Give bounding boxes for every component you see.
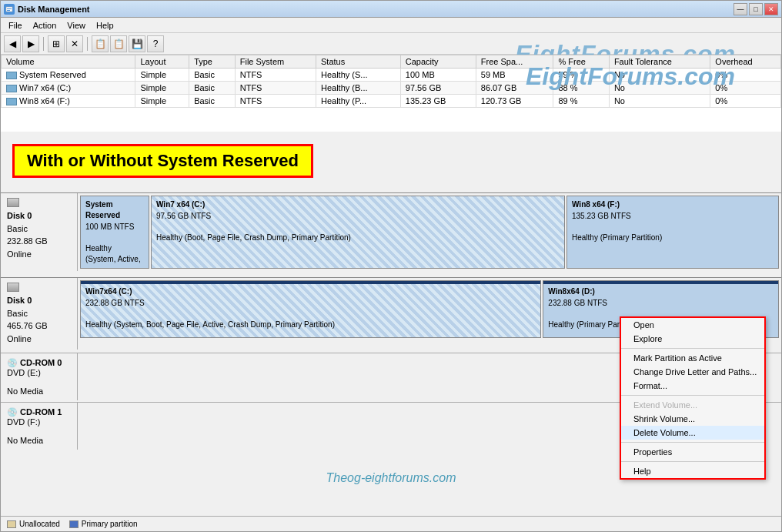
properties-button[interactable]: ⊞ — [48, 35, 65, 52]
cell-capacity: 135.23 GB — [400, 95, 476, 108]
partition-win8-f[interactable]: Win8 x64 (F:) 135.23 GB NTFS Healthy (Pr… — [566, 196, 779, 269]
footer-watermark: Theog-eightforums.com — [326, 471, 456, 485]
cell-fs: NTFS — [235, 82, 316, 95]
window-title: Disk Management — [18, 5, 90, 14]
col-filesystem: File System — [235, 55, 316, 69]
col-capacity: Capacity — [400, 55, 476, 69]
close-button[interactable]: ✕ — [764, 3, 778, 15]
legend-label-primary: Primary partition — [82, 520, 138, 528]
disk0-top-partitions: System Reserved 100 MB NTFS Healthy (Sys… — [78, 193, 781, 271]
legend-item-unallocated: Unallocated — [7, 520, 60, 528]
cell-overhead: 0% — [710, 95, 781, 108]
menu-action[interactable]: Action — [28, 19, 62, 32]
context-separator-1 — [621, 348, 764, 349]
context-delete-volume[interactable]: Delete Volume... — [621, 426, 764, 440]
partition-win7-c[interactable]: Win7 x64 (C:) 97.56 GB NTFS Healthy (Boo… — [151, 196, 565, 269]
cdrom0-label: 💿 CD-ROM 0 DVD (E:) No Media — [1, 353, 78, 400]
title-bar: Disk Management — □ ✕ — [1, 1, 781, 18]
disk-icon — [7, 198, 19, 207]
paste-button[interactable]: 📋 — [110, 35, 127, 52]
legend-box-primary — [69, 520, 79, 528]
annotation-box: With or Without System Reserved — [12, 144, 313, 178]
cdrom1-icon: 💿 — [7, 407, 20, 417]
legend-label-unallocated: Unallocated — [19, 520, 60, 528]
context-separator-2 — [621, 395, 764, 396]
legend-item-primary: Primary partition — [69, 520, 138, 528]
cell-volume: System Reserved — [2, 69, 135, 82]
partition-system-reserved[interactable]: System Reserved 100 MB NTFS Healthy (Sys… — [80, 196, 149, 269]
menu-view[interactable]: View — [62, 19, 90, 32]
cell-capacity: 97.56 GB — [400, 82, 476, 95]
watermark-text: EightForums.com — [526, 62, 735, 91]
app-icon — [4, 4, 15, 15]
context-extend-volume: Extend Volume... — [621, 398, 764, 412]
disk0-bottom-label: Disk 0 Basic 465.76 GB Online — [1, 278, 78, 350]
cdrom0-icon: 💿 — [7, 358, 20, 367]
title-bar-controls: — □ ✕ — [734, 3, 778, 15]
menu-bar: File Action View Help — [1, 18, 781, 33]
cell-status: Healthy (B... — [316, 82, 400, 95]
menu-file[interactable]: File — [4, 19, 27, 32]
col-type: Type — [189, 55, 236, 69]
annotation-area: With or Without System Reserved — [1, 132, 781, 189]
back-button[interactable]: ◀ — [4, 35, 21, 52]
partition-win7x64-c2[interactable]: Win7x64 (C:) 232.88 GB NTFS Healthy (Sys… — [80, 280, 541, 338]
disk-icon — [7, 283, 19, 292]
cell-layout: Simple — [135, 82, 189, 95]
cell-volume: Win8 x64 (F:) — [2, 95, 135, 108]
cell-status: Healthy (S... — [316, 69, 400, 82]
context-menu: Open Explore Mark Partition as Active Ch… — [620, 316, 766, 480]
context-shrink-volume[interactable]: Shrink Volume... — [621, 412, 764, 426]
menu-help[interactable]: Help — [92, 19, 119, 32]
context-properties[interactable]: Properties — [621, 445, 764, 459]
context-format[interactable]: Format... — [621, 379, 764, 393]
col-volume: Volume — [2, 55, 135, 69]
cell-volume: Win7 x64 (C:) — [2, 82, 135, 95]
cell-type: Basic — [189, 95, 236, 108]
volume-icon — [6, 72, 17, 79]
volume-icon — [6, 85, 17, 92]
cell-layout: Simple — [135, 69, 189, 82]
cell-status: Healthy (P... — [316, 95, 400, 108]
col-status: Status — [316, 55, 400, 69]
disk0-top-row: Disk 0 Basic 232.88 GB Online System Res… — [1, 192, 781, 271]
legend: Unallocated Primary partition — [1, 516, 781, 531]
volume-icon — [6, 98, 17, 105]
legend-box-unallocated — [7, 520, 16, 528]
cell-type: Basic — [189, 69, 236, 82]
copy-button[interactable]: 📋 — [92, 35, 109, 52]
forward-button[interactable]: ▶ — [22, 35, 39, 52]
table-row[interactable]: Win8 x64 (F:) Simple Basic NTFS Healthy … — [2, 95, 781, 108]
toolbar-separator-2 — [87, 37, 88, 51]
maximize-button[interactable]: □ — [749, 3, 763, 15]
disk-management-window: Disk Management — □ ✕ File Action View H… — [0, 0, 782, 532]
context-separator-3 — [621, 442, 764, 443]
save-button[interactable]: 💾 — [129, 35, 145, 52]
disk0-top-label: Disk 0 Basic 232.88 GB Online — [1, 193, 78, 271]
cell-fault: No — [609, 95, 710, 108]
cdrom1-label: 💿 CD-ROM 1 DVD (F:) No Media — [1, 403, 78, 450]
cell-free: 120.73 GB — [476, 95, 553, 108]
col-layout: Layout — [135, 55, 189, 69]
svg-rect-1 — [7, 8, 12, 9]
context-open[interactable]: Open — [621, 318, 764, 332]
context-change-drive[interactable]: Change Drive Letter and Paths... — [621, 365, 764, 379]
delete-button[interactable]: ✕ — [66, 35, 83, 52]
context-help[interactable]: Help — [621, 464, 764, 478]
help-button[interactable]: ? — [147, 35, 164, 52]
main-content: EightForums.com Volume Layout Type File … — [1, 55, 781, 531]
cell-capacity: 100 MB — [400, 69, 476, 82]
toolbar: ◀ ▶ ⊞ ✕ 📋 📋 💾 ? EightForums.com — [1, 33, 781, 55]
cell-layout: Simple — [135, 95, 189, 108]
cell-fs: NTFS — [235, 95, 316, 108]
context-mark-active[interactable]: Mark Partition as Active — [621, 351, 764, 365]
toolbar-separator-1 — [43, 37, 44, 51]
cell-type: Basic — [189, 82, 236, 95]
title-bar-left: Disk Management — [4, 4, 90, 15]
context-explore[interactable]: Explore — [621, 332, 764, 346]
cell-fs: NTFS — [235, 69, 316, 82]
minimize-button[interactable]: — — [734, 3, 747, 15]
context-separator-4 — [621, 461, 764, 462]
cell-pct: 89 % — [553, 95, 609, 108]
svg-rect-2 — [7, 10, 10, 11]
